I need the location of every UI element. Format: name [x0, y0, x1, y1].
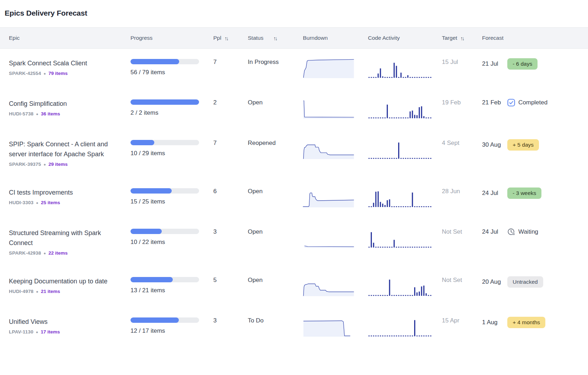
progress-bar-fill	[130, 99, 199, 105]
code-activity-chart	[368, 188, 438, 207]
forecast-date: 24 Jul	[482, 228, 501, 235]
separator-dot-icon: ●	[36, 201, 38, 205]
forecast-badge: - 6 days	[507, 58, 538, 70]
target-date: 15 Jul	[438, 58, 482, 66]
forecast-badge: Untracked	[507, 276, 543, 288]
status-label: Reopened	[248, 139, 303, 147]
epic-name[interactable]: Keeping Documentation up to date	[9, 276, 114, 286]
progress-cell: 15 / 25 items	[130, 188, 213, 205]
progress-bar-fill	[130, 229, 162, 234]
code-activity-chart	[368, 228, 438, 248]
progress-label: 10 / 22 items	[130, 239, 199, 246]
progress-label: 10 / 29 items	[130, 150, 199, 157]
column-header-epic: Epic	[0, 35, 130, 41]
column-header-epic-label: Epic	[9, 35, 20, 41]
progress-label: 13 / 21 items	[130, 287, 199, 294]
epic-name[interactable]: Spark Connect Scala Client	[9, 58, 114, 68]
people-count: 2	[213, 99, 248, 106]
page-title: Epics Delivery Forecast	[0, 0, 588, 17]
epic-name[interactable]: Structured Streaming with Spark Connect	[9, 228, 114, 248]
forecast-status-label: Completed	[518, 99, 547, 106]
progress-bar	[130, 59, 199, 64]
separator-dot-icon: ●	[36, 330, 38, 334]
completed-checkbox-icon[interactable]	[507, 99, 515, 107]
table-row[interactable]: Keeping Documentation up to date HUDI-49…	[0, 267, 588, 307]
forecast-cell: 21 Feb Completed	[482, 99, 588, 107]
target-date: 4 Sept	[438, 139, 482, 147]
epic-items-link[interactable]: 17 items	[41, 329, 60, 335]
epic-key: HUDI-4978	[9, 289, 33, 294]
progress-label: 2 / 2 items	[130, 109, 199, 116]
progress-label: 56 / 79 items	[130, 69, 199, 76]
epic-subline: HUDI-5738 ● 36 items	[9, 111, 114, 116]
forecast-cell: 20 Aug Untracked	[482, 276, 588, 288]
epic-items-link[interactable]: 79 items	[48, 71, 68, 76]
forecast-indicator: Untracked	[507, 276, 543, 288]
column-header-target-label: Target	[442, 35, 457, 41]
forecast-indicator: Waiting	[507, 228, 538, 236]
table-row[interactable]: CI tests Improvements HUDI-3303 ● 25 ite…	[0, 178, 588, 218]
epic-items-link[interactable]: 29 items	[48, 162, 68, 167]
forecast-indicator: - 6 days	[507, 58, 538, 70]
forecast-indicator: + 5 days	[507, 139, 539, 151]
status-label: In Progress	[248, 58, 303, 66]
progress-bar	[130, 140, 199, 145]
column-header-status: Status ↑↓	[248, 35, 303, 41]
epic-key: SPARK-39375	[9, 162, 41, 167]
forecast-indicator: Completed	[507, 99, 547, 107]
code-activity-chart	[368, 99, 438, 119]
column-header-status-label: Status	[248, 35, 263, 41]
epic-name[interactable]: CI tests Improvements	[9, 188, 114, 197]
progress-cell: 2 / 2 items	[130, 99, 213, 116]
progress-bar	[130, 317, 199, 323]
forecast-date: 24 Jul	[482, 190, 501, 197]
burndown-chart	[303, 228, 368, 248]
table-row[interactable]: SPIP: Spark Connect - A client and serve…	[0, 130, 588, 178]
forecast-badge: + 5 days	[507, 139, 539, 151]
epic-name[interactable]: Config Simplification	[9, 99, 114, 109]
column-header-ppl: Ppl ↑↓	[213, 35, 248, 41]
epic-name[interactable]: SPIP: Spark Connect - A client and serve…	[9, 139, 114, 159]
progress-bar	[130, 229, 199, 234]
burndown-chart	[303, 188, 368, 207]
sort-icon[interactable]: ↑↓	[273, 35, 277, 41]
epic-items-link[interactable]: 21 items	[41, 289, 60, 294]
progress-bar-fill	[130, 277, 173, 282]
forecast-badge: + 4 months	[507, 317, 545, 328]
progress-bar-fill	[130, 140, 154, 145]
column-header-target: Target ↑↓	[438, 35, 482, 41]
progress-label: 15 / 25 items	[130, 198, 199, 205]
status-label: Open	[248, 228, 303, 235]
sort-icon[interactable]: ↑↓	[224, 35, 228, 41]
status-label: Open	[248, 276, 303, 284]
epic-items-link[interactable]: 36 items	[41, 111, 60, 116]
epic-key: HUDI-3303	[9, 200, 33, 205]
separator-dot-icon: ●	[36, 289, 38, 294]
table-row[interactable]: Spark Connect Scala Client SPARK-42554 ●…	[0, 49, 588, 89]
table-row[interactable]: Structured Streaming with Spark Connect …	[0, 218, 588, 267]
sort-icon[interactable]: ↑↓	[460, 35, 464, 41]
separator-dot-icon: ●	[36, 112, 38, 116]
target-date: 15 Apr	[438, 317, 482, 324]
epic-key: HUDI-5738	[9, 111, 33, 116]
epic-items-link[interactable]: 25 items	[41, 200, 60, 205]
epic-name[interactable]: Unified Views	[9, 317, 114, 327]
progress-bar	[130, 277, 199, 282]
epic-items-link[interactable]: 22 items	[48, 250, 68, 256]
table-row[interactable]: Unified Views LPAV-1130 ● 17 items 12 / …	[0, 307, 588, 348]
epic-cell: Unified Views LPAV-1130 ● 17 items	[0, 317, 130, 335]
column-header-code-activity-label: Code Activity	[368, 35, 400, 41]
separator-dot-icon: ●	[44, 251, 46, 255]
epic-subline: SPARK-42554 ● 79 items	[9, 71, 114, 76]
forecast-date: 20 Aug	[482, 278, 501, 286]
progress-bar	[130, 99, 199, 105]
separator-dot-icon: ●	[44, 162, 46, 167]
progress-bar	[130, 188, 199, 194]
table-row[interactable]: Config Simplification HUDI-5738 ● 36 ite…	[0, 89, 588, 130]
progress-bar-fill	[130, 317, 179, 323]
epic-key: LPAV-1130	[9, 329, 33, 335]
epic-cell: Config Simplification HUDI-5738 ● 36 ite…	[0, 99, 130, 116]
column-header-burndown-label: Burndown	[303, 35, 328, 41]
status-label: To Do	[248, 317, 303, 324]
epic-subline: LPAV-1130 ● 17 items	[9, 329, 114, 335]
